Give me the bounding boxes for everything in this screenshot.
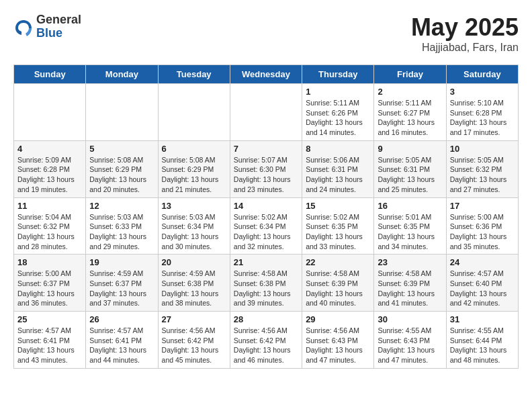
calendar-table: SundayMondayTuesdayWednesdayThursdayFrid… — [13, 64, 519, 369]
day-header-thursday: Thursday — [302, 65, 374, 84]
day-number: 19 — [89, 257, 154, 267]
day-header-saturday: Saturday — [446, 65, 518, 84]
page-header: General Blue May 2025 Hajjiabad, Fars, I… — [13, 13, 519, 54]
day-number: 25 — [17, 314, 82, 324]
calendar-cell: 10Sunrise: 5:05 AM Sunset: 6:32 PM Dayli… — [446, 140, 518, 197]
calendar-cell: 23Sunrise: 4:58 AM Sunset: 6:39 PM Dayli… — [374, 255, 446, 312]
calendar-cell: 26Sunrise: 4:57 AM Sunset: 6:41 PM Dayli… — [86, 312, 158, 369]
calendar-cell — [158, 84, 230, 141]
day-info: Sunrise: 4:55 AM Sunset: 6:43 PM Dayligh… — [378, 326, 442, 365]
day-number: 30 — [378, 314, 442, 324]
calendar-cell: 12Sunrise: 5:03 AM Sunset: 6:33 PM Dayli… — [86, 197, 158, 255]
calendar-cell: 21Sunrise: 4:58 AM Sunset: 6:38 PM Dayli… — [230, 255, 302, 312]
day-info: Sunrise: 5:03 AM Sunset: 6:34 PM Dayligh… — [162, 212, 226, 252]
day-info: Sunrise: 4:58 AM Sunset: 6:39 PM Dayligh… — [378, 269, 442, 308]
day-number: 2 — [378, 87, 442, 97]
day-number: 11 — [17, 201, 82, 211]
calendar-cell: 19Sunrise: 4:59 AM Sunset: 6:37 PM Dayli… — [86, 255, 158, 312]
day-number: 9 — [378, 144, 442, 154]
calendar-cell: 30Sunrise: 4:55 AM Sunset: 6:43 PM Dayli… — [374, 312, 446, 369]
calendar-week-row: 4Sunrise: 5:09 AM Sunset: 6:28 PM Daylig… — [14, 140, 519, 197]
calendar-cell: 6Sunrise: 5:08 AM Sunset: 6:29 PM Daylig… — [158, 140, 230, 197]
day-number: 24 — [450, 257, 515, 267]
logo: General Blue — [13, 13, 81, 40]
calendar-cell: 16Sunrise: 5:01 AM Sunset: 6:35 PM Dayli… — [374, 197, 446, 255]
calendar-cell: 24Sunrise: 4:57 AM Sunset: 6:40 PM Dayli… — [446, 255, 518, 312]
day-info: Sunrise: 4:57 AM Sunset: 6:41 PM Dayligh… — [89, 326, 154, 365]
calendar-cell: 27Sunrise: 4:56 AM Sunset: 6:42 PM Dayli… — [158, 312, 230, 369]
day-header-wednesday: Wednesday — [230, 65, 302, 84]
calendar-week-row: 11Sunrise: 5:04 AM Sunset: 6:32 PM Dayli… — [14, 197, 519, 255]
day-number: 4 — [17, 144, 82, 154]
calendar-cell — [230, 84, 302, 141]
logo-blue: Blue — [36, 27, 81, 40]
calendar-cell: 3Sunrise: 5:10 AM Sunset: 6:28 PM Daylig… — [446, 84, 518, 141]
day-number: 6 — [162, 144, 226, 154]
day-number: 31 — [450, 314, 515, 324]
day-header-monday: Monday — [86, 65, 158, 84]
day-info: Sunrise: 4:57 AM Sunset: 6:40 PM Dayligh… — [450, 269, 515, 308]
day-number: 26 — [89, 314, 154, 324]
calendar-cell: 5Sunrise: 5:08 AM Sunset: 6:29 PM Daylig… — [86, 140, 158, 197]
calendar-cell: 31Sunrise: 4:55 AM Sunset: 6:44 PM Dayli… — [446, 312, 518, 369]
day-info: Sunrise: 4:56 AM Sunset: 6:42 PM Dayligh… — [162, 326, 226, 365]
day-number: 23 — [378, 257, 442, 267]
day-number: 8 — [306, 144, 370, 154]
calendar-cell: 1Sunrise: 5:11 AM Sunset: 6:26 PM Daylig… — [302, 84, 374, 141]
calendar-cell: 15Sunrise: 5:02 AM Sunset: 6:35 PM Dayli… — [302, 197, 374, 255]
day-info: Sunrise: 4:59 AM Sunset: 6:37 PM Dayligh… — [89, 269, 154, 308]
day-info: Sunrise: 5:07 AM Sunset: 6:30 PM Dayligh… — [234, 155, 298, 195]
title-block: May 2025 Hajjiabad, Fars, Iran — [411, 13, 519, 54]
day-number: 5 — [89, 144, 154, 154]
day-info: Sunrise: 4:56 AM Sunset: 6:42 PM Dayligh… — [234, 326, 298, 365]
location: Hajjiabad, Fars, Iran — [411, 42, 519, 54]
calendar-cell: 20Sunrise: 4:59 AM Sunset: 6:38 PM Dayli… — [158, 255, 230, 312]
day-info: Sunrise: 5:02 AM Sunset: 6:35 PM Dayligh… — [306, 212, 370, 252]
day-number: 20 — [162, 257, 226, 267]
day-info: Sunrise: 5:04 AM Sunset: 6:32 PM Dayligh… — [17, 212, 82, 252]
day-info: Sunrise: 4:59 AM Sunset: 6:38 PM Dayligh… — [162, 269, 226, 308]
calendar-cell: 11Sunrise: 5:04 AM Sunset: 6:32 PM Dayli… — [14, 197, 86, 255]
calendar-cell — [86, 84, 158, 141]
day-number: 15 — [306, 201, 370, 211]
day-number: 1 — [306, 87, 370, 97]
logo-text: General Blue — [36, 13, 81, 40]
calendar-week-row: 25Sunrise: 4:57 AM Sunset: 6:41 PM Dayli… — [14, 312, 519, 369]
calendar-cell: 18Sunrise: 5:00 AM Sunset: 6:37 PM Dayli… — [14, 255, 86, 312]
calendar-cell: 9Sunrise: 5:05 AM Sunset: 6:31 PM Daylig… — [374, 140, 446, 197]
day-number: 7 — [234, 144, 298, 154]
day-header-friday: Friday — [374, 65, 446, 84]
day-info: Sunrise: 5:10 AM Sunset: 6:28 PM Dayligh… — [450, 98, 515, 138]
day-info: Sunrise: 4:55 AM Sunset: 6:44 PM Dayligh… — [450, 326, 515, 365]
day-number: 18 — [17, 257, 82, 267]
day-info: Sunrise: 5:05 AM Sunset: 6:32 PM Dayligh… — [450, 155, 515, 195]
calendar-cell: 14Sunrise: 5:02 AM Sunset: 6:34 PM Dayli… — [230, 197, 302, 255]
day-number: 21 — [234, 257, 298, 267]
day-number: 12 — [89, 201, 154, 211]
calendar-week-row: 1Sunrise: 5:11 AM Sunset: 6:26 PM Daylig… — [14, 84, 519, 141]
day-info: Sunrise: 5:08 AM Sunset: 6:29 PM Dayligh… — [162, 155, 226, 195]
calendar-header-row: SundayMondayTuesdayWednesdayThursdayFrid… — [14, 65, 519, 84]
logo-icon — [13, 17, 34, 37]
day-number: 16 — [378, 201, 442, 211]
day-info: Sunrise: 5:05 AM Sunset: 6:31 PM Dayligh… — [378, 155, 442, 195]
calendar-cell: 29Sunrise: 4:56 AM Sunset: 6:43 PM Dayli… — [302, 312, 374, 369]
day-header-tuesday: Tuesday — [158, 65, 230, 84]
day-info: Sunrise: 4:58 AM Sunset: 6:38 PM Dayligh… — [234, 269, 298, 308]
day-number: 27 — [162, 314, 226, 324]
day-header-sunday: Sunday — [14, 65, 86, 84]
day-number: 13 — [162, 201, 226, 211]
calendar-cell: 2Sunrise: 5:11 AM Sunset: 6:27 PM Daylig… — [374, 84, 446, 141]
day-number: 29 — [306, 314, 370, 324]
calendar-cell — [14, 84, 86, 141]
day-number: 17 — [450, 201, 515, 211]
calendar-cell: 7Sunrise: 5:07 AM Sunset: 6:30 PM Daylig… — [230, 140, 302, 197]
calendar-cell: 17Sunrise: 5:00 AM Sunset: 6:36 PM Dayli… — [446, 197, 518, 255]
day-info: Sunrise: 5:09 AM Sunset: 6:28 PM Dayligh… — [17, 155, 82, 195]
calendar-week-row: 18Sunrise: 5:00 AM Sunset: 6:37 PM Dayli… — [14, 255, 519, 312]
calendar-cell: 25Sunrise: 4:57 AM Sunset: 6:41 PM Dayli… — [14, 312, 86, 369]
day-info: Sunrise: 5:08 AM Sunset: 6:29 PM Dayligh… — [89, 155, 154, 195]
day-info: Sunrise: 5:00 AM Sunset: 6:37 PM Dayligh… — [17, 269, 82, 308]
month-title: May 2025 — [411, 13, 519, 42]
day-info: Sunrise: 5:11 AM Sunset: 6:27 PM Dayligh… — [378, 98, 442, 138]
